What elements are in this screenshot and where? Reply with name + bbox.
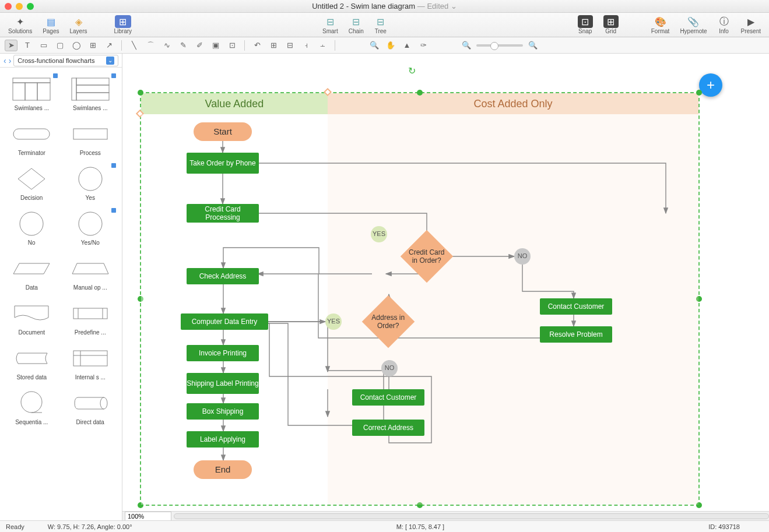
horizontal-scrollbar[interactable] bbox=[122, 511, 769, 520]
table-tool[interactable]: ⊞ bbox=[86, 40, 99, 51]
node-check-address[interactable]: Check Address bbox=[187, 268, 259, 284]
shape-circle[interactable]: Yes bbox=[61, 162, 120, 205]
chevron-down-icon: ⌄ bbox=[106, 57, 114, 65]
lane-header-cost-added[interactable]: Cost Added Only bbox=[328, 93, 698, 114]
node-box-shipping[interactable]: Box Shipping bbox=[187, 403, 259, 420]
svg-rect-4 bbox=[72, 78, 76, 100]
label-yes[interactable]: YES bbox=[371, 226, 387, 242]
zoom-in-icon[interactable]: 🔍 bbox=[526, 40, 539, 51]
pencil-tool[interactable]: ✐ bbox=[193, 40, 206, 51]
shape-internal[interactable]: Internal s ... bbox=[61, 341, 120, 384]
group-tool[interactable]: ⊞ bbox=[267, 40, 280, 51]
line-tool[interactable]: ↗ bbox=[103, 40, 115, 51]
rect-tool[interactable]: ▭ bbox=[37, 40, 50, 51]
shape-predefined[interactable]: Predefine ... bbox=[61, 297, 120, 339]
pages-button[interactable]: ▤Pages bbox=[38, 14, 64, 36]
canvas-area[interactable]: ↻ + Value Added Cost Added Only bbox=[122, 54, 769, 520]
solutions-button[interactable]: ✦Solutions bbox=[3, 14, 37, 36]
tree-button[interactable]: ⊟Tree bbox=[370, 14, 392, 36]
arc-tool[interactable]: ⌒ bbox=[144, 40, 157, 51]
zoom-field[interactable] bbox=[125, 512, 171, 521]
shape-process[interactable]: Process bbox=[61, 117, 120, 160]
smart-button[interactable]: ⊟Smart bbox=[318, 14, 343, 36]
present-button[interactable]: ▶Present bbox=[736, 14, 766, 36]
distribute-tool[interactable]: ⫠ bbox=[316, 40, 329, 51]
shape-decision[interactable]: Decision bbox=[2, 162, 61, 205]
ellipse-tool[interactable]: ◯ bbox=[70, 40, 83, 51]
ungroup-tool[interactable]: ⊟ bbox=[283, 40, 296, 51]
node-start[interactable]: Start bbox=[194, 122, 252, 141]
label-yes[interactable]: YES bbox=[325, 313, 342, 330]
swimlane-container[interactable]: Value Added Cost Added Only bbox=[140, 92, 700, 506]
rounded-rect-tool[interactable]: ▢ bbox=[54, 40, 66, 51]
connector-tool[interactable]: ╲ bbox=[128, 40, 141, 51]
node-contact-customer-2[interactable]: Contact Customer bbox=[352, 389, 424, 406]
scrollbar-track[interactable] bbox=[174, 513, 769, 519]
library-forward-icon[interactable]: › bbox=[9, 56, 12, 65]
layers-button[interactable]: ◈Layers bbox=[65, 14, 92, 36]
label-no[interactable]: NO bbox=[514, 248, 531, 265]
shape-circle[interactable]: Yes/No bbox=[61, 207, 120, 249]
shape-direct[interactable]: Direct data bbox=[61, 386, 120, 429]
format-button[interactable]: 🎨Format bbox=[647, 14, 675, 36]
align-tool[interactable]: ⫞ bbox=[300, 40, 312, 51]
rotation-indicator-icon[interactable]: ↻ bbox=[408, 65, 416, 76]
stamp-tool[interactable]: ▣ bbox=[209, 40, 222, 51]
selection-handle[interactable] bbox=[696, 90, 702, 96]
lane-header-value-added[interactable]: Value Added bbox=[141, 93, 328, 114]
grid-button[interactable]: ⊞Grid bbox=[599, 14, 623, 36]
pan-tool[interactable]: ✋ bbox=[384, 40, 397, 51]
selection-handle[interactable] bbox=[417, 90, 423, 96]
label-no[interactable]: NO bbox=[381, 360, 398, 376]
crop-tool[interactable]: ⊡ bbox=[226, 40, 238, 51]
add-button[interactable]: + bbox=[699, 73, 722, 97]
hypernote-button[interactable]: 📎Hypernote bbox=[675, 14, 711, 36]
node-correct-address[interactable]: Correct Address bbox=[352, 420, 424, 436]
pointer-tool[interactable]: ➤ bbox=[5, 40, 17, 51]
zoom-slider[interactable] bbox=[476, 44, 523, 47]
shape-swimlanes-h[interactable]: Swimlanes ... bbox=[61, 72, 120, 115]
node-invoice[interactable]: Invoice Printing bbox=[187, 345, 259, 361]
chain-button[interactable]: ⊟Chain bbox=[344, 14, 368, 36]
library-back-icon[interactable]: ‹ bbox=[3, 56, 6, 65]
node-end[interactable]: End bbox=[194, 460, 252, 479]
shape-preview bbox=[11, 76, 52, 103]
shape-sequential[interactable]: Sequentia ... bbox=[2, 386, 61, 429]
node-resolve-problem[interactable]: Resolve Problem bbox=[540, 326, 612, 343]
text-tool[interactable]: T bbox=[21, 40, 34, 51]
lane-headers: Value Added Cost Added Only bbox=[141, 93, 698, 114]
library-button[interactable]: ⊞Library bbox=[110, 14, 137, 36]
eyedropper-tool[interactable]: ✑ bbox=[417, 40, 430, 51]
selection-handle[interactable] bbox=[138, 90, 143, 96]
shape-manual[interactable]: Manual op ... bbox=[61, 252, 120, 294]
title-dropdown-icon[interactable]: ⌄ bbox=[448, 2, 457, 10]
spline-tool[interactable]: ∿ bbox=[160, 40, 173, 51]
shape-swimlanes-v[interactable]: Swimlanes ... bbox=[2, 72, 61, 115]
shape-preview bbox=[11, 255, 52, 282]
shape-terminator[interactable]: Terminator bbox=[2, 117, 61, 160]
maximize-window[interactable] bbox=[27, 3, 34, 10]
zoom-out-icon[interactable]: 🔍 bbox=[460, 40, 473, 51]
close-window[interactable] bbox=[5, 3, 12, 10]
zoom-in-tool[interactable]: 🔍 bbox=[368, 40, 381, 51]
node-credit-processing[interactable]: Credit Card Processing bbox=[187, 204, 259, 223]
minimize-window[interactable] bbox=[16, 3, 23, 10]
library-selector[interactable]: Cross-functional flowcharts ⌄ bbox=[13, 55, 118, 66]
undo-tool[interactable]: ↶ bbox=[251, 40, 264, 51]
node-contact-customer[interactable]: Contact Customer bbox=[540, 298, 612, 315]
node-computer-data[interactable]: Computer Data Entry bbox=[181, 313, 268, 330]
snap-button[interactable]: ⊡Snap bbox=[573, 14, 598, 36]
shape-label: Yes/No bbox=[81, 239, 100, 246]
snap-icon: ⊡ bbox=[578, 15, 593, 28]
shape-stored[interactable]: Stored data bbox=[2, 341, 61, 384]
shape-circle[interactable]: No bbox=[2, 207, 61, 249]
shape-document[interactable]: Document bbox=[2, 297, 61, 339]
info-button[interactable]: ⓘInfo bbox=[713, 14, 735, 36]
actual-size-tool[interactable]: ▲ bbox=[401, 40, 413, 51]
node-take-order[interactable]: Take Order by Phone bbox=[187, 153, 259, 174]
node-shipping-label[interactable]: Shipping Label Printing bbox=[187, 373, 259, 394]
pen-tool[interactable]: ✎ bbox=[177, 40, 189, 51]
node-label-applying[interactable]: Label Applying bbox=[187, 431, 259, 448]
shape-data[interactable]: Data bbox=[2, 252, 61, 294]
svg-point-11 bbox=[79, 167, 102, 191]
